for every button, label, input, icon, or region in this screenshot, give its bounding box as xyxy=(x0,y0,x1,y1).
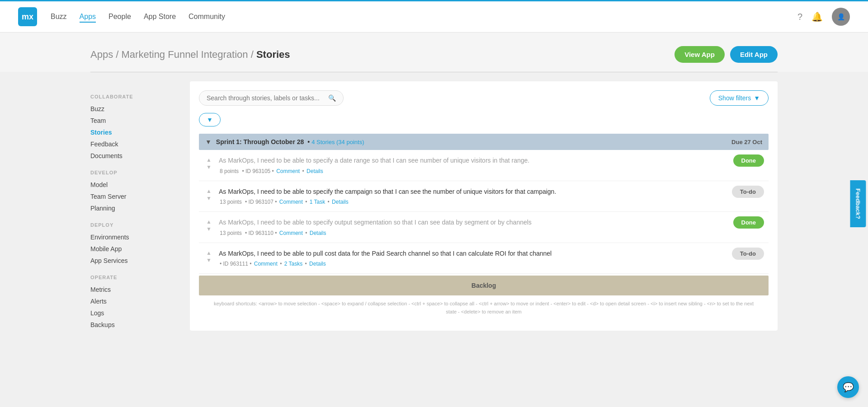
story-votes-1: ▲ ▼ xyxy=(203,156,214,170)
sidebar-section-collaborate: COLLABORATE xyxy=(90,94,176,99)
story-meta-2: 13 points • ID 963107 • Comment • 1 Task… xyxy=(219,199,723,205)
story-row-3: ▲ ▼ As MarkOps, I need to be able to spe… xyxy=(199,212,769,243)
vote-down-3[interactable]: ▼ xyxy=(206,226,212,232)
chevron-down-icon: ▼ xyxy=(754,94,760,102)
top-nav: mx Buzz Apps People App Store Community … xyxy=(0,0,868,33)
status-badge-done-1[interactable]: Done xyxy=(733,154,764,167)
help-icon[interactable]: ? xyxy=(797,12,802,22)
sidebar-item-planning[interactable]: Planning xyxy=(90,202,176,214)
main-layout: COLLABORATE Buzz Team Stories Feedback D… xyxy=(0,72,868,340)
vote-up-1[interactable]: ▲ xyxy=(206,157,212,163)
vote-up-3[interactable]: ▲ xyxy=(206,219,212,225)
vote-up-4[interactable]: ▲ xyxy=(206,250,212,256)
story-content-3: As MarkOps, I need to be able to specify… xyxy=(219,218,724,236)
sprint-separator: • xyxy=(307,138,310,145)
status-badge-todo-2[interactable]: To-do xyxy=(732,186,764,198)
story-text-4: As MarkOps, I need to be able to pull co… xyxy=(219,249,723,258)
story-row-2: ▲ ▼ As MarkOps, I need to be able to spe… xyxy=(199,181,769,212)
sprint-collapse-icon[interactable]: ▼ xyxy=(205,138,212,145)
sidebar-item-app-services[interactable]: App Services xyxy=(90,255,176,267)
story-status-2[interactable]: To-do xyxy=(732,187,764,196)
sidebar-section-deploy: DEPLOY xyxy=(90,222,176,228)
story-comment-link-2[interactable]: Comment xyxy=(279,199,303,205)
story-details-link-4[interactable]: Details xyxy=(309,261,326,267)
sidebar-item-buzz[interactable]: Buzz xyxy=(90,103,176,115)
sidebar-item-team[interactable]: Team xyxy=(90,115,176,126)
sprint-due: Due 27 Oct xyxy=(731,139,762,145)
story-status-1[interactable]: Done xyxy=(733,156,764,164)
breadcrumb-stories: Stories xyxy=(256,49,290,60)
sidebar-item-metrics[interactable]: Metrics xyxy=(90,284,176,295)
nav-links: Buzz Apps People App Store Community xyxy=(51,11,797,23)
story-details-link-2[interactable]: Details xyxy=(332,199,349,205)
sidebar-item-feedback[interactable]: Feedback xyxy=(90,138,176,150)
status-badge-todo-4[interactable]: To-do xyxy=(732,248,764,260)
nav-right: ? 🔔 👤 xyxy=(797,8,850,26)
story-row: ▲ ▼ As MarkOps, I need to be able to spe… xyxy=(199,150,769,181)
sidebar-item-backups[interactable]: Backups xyxy=(90,319,176,331)
search-box: 🔍 xyxy=(199,90,344,106)
sidebar-item-alerts[interactable]: Alerts xyxy=(90,295,176,307)
nav-apps[interactable]: Apps xyxy=(80,11,96,23)
sidebar-item-mobile-app[interactable]: Mobile App xyxy=(90,243,176,255)
bell-icon[interactable]: 🔔 xyxy=(811,11,823,22)
story-tasks-link-4[interactable]: 2 Tasks xyxy=(284,261,302,267)
breadcrumb-buttons: View App Edit App xyxy=(675,46,778,63)
story-meta-1: 8 points • ID 963105 • Comment • Details xyxy=(219,168,724,174)
sidebar-item-team-server[interactable]: Team Server xyxy=(90,191,176,202)
sidebar-item-stories[interactable]: Stories xyxy=(90,126,176,138)
sprint-meta: 4 Stories (34 points) xyxy=(311,139,364,145)
vote-up-2[interactable]: ▲ xyxy=(206,188,212,194)
avatar[interactable]: 👤 xyxy=(832,8,850,26)
vote-down-1[interactable]: ▼ xyxy=(206,164,212,170)
story-text-1: As MarkOps, I need to be able to specify… xyxy=(219,156,724,165)
vote-down-4[interactable]: ▼ xyxy=(206,257,212,263)
shortcuts-text: keyboard shortcuts: <arrow> to move sele… xyxy=(199,295,769,320)
sidebar-item-logs[interactable]: Logs xyxy=(90,307,176,319)
search-icon: 🔍 xyxy=(328,94,336,102)
sprint-header[interactable]: ▼ Sprint 1: Through October 28 • 4 Stori… xyxy=(199,134,769,150)
story-text-2: As MarkOps, I need to be able to specify… xyxy=(219,187,723,196)
sprint-title: Sprint 1: Through October 28 xyxy=(216,138,304,145)
backlog-row[interactable]: Backlog xyxy=(199,276,769,295)
story-content-4: As MarkOps, I need to be able to pull co… xyxy=(219,249,723,267)
nav-appstore[interactable]: App Store xyxy=(144,11,176,23)
story-status-3[interactable]: Done xyxy=(733,218,764,226)
story-task-link-2[interactable]: 1 Task xyxy=(310,199,325,205)
story-meta-4: • ID 963111 • Comment • 2 Tasks • Detail… xyxy=(219,261,723,267)
story-content-1: As MarkOps, I need to be able to specify… xyxy=(219,156,724,174)
logo[interactable]: mx xyxy=(18,7,37,26)
story-comment-link-1[interactable]: Comment xyxy=(276,168,300,174)
show-filters-button[interactable]: Show filters ▼ xyxy=(710,90,769,106)
sidebar-section-develop: DEVELOP xyxy=(90,170,176,175)
sidebar-item-environments[interactable]: Environments xyxy=(90,231,176,243)
story-details-link-1[interactable]: Details xyxy=(307,168,323,174)
story-comment-link-4[interactable]: Comment xyxy=(254,261,278,267)
sidebar-item-documents[interactable]: Documents xyxy=(90,150,176,162)
story-details-link-3[interactable]: Details xyxy=(310,230,326,236)
nav-buzz[interactable]: Buzz xyxy=(51,11,67,23)
nav-people[interactable]: People xyxy=(108,11,131,23)
feedback-tab[interactable]: Feedback? xyxy=(850,180,866,227)
breadcrumb: Apps / Marketing Funnel Integration / St… xyxy=(90,49,290,61)
sidebar-item-model[interactable]: Model xyxy=(90,179,176,191)
story-meta-3: 13 points • ID 963110 • Comment • Detail… xyxy=(219,230,724,236)
view-app-button[interactable]: View App xyxy=(675,46,725,63)
story-votes-4: ▲ ▼ xyxy=(203,249,214,263)
story-status-4[interactable]: To-do xyxy=(732,249,764,257)
vote-down-2[interactable]: ▼ xyxy=(206,196,212,201)
breadcrumb-apps[interactable]: Apps xyxy=(90,49,113,60)
search-input[interactable] xyxy=(207,94,328,102)
nav-community[interactable]: Community xyxy=(189,11,225,23)
chevron-down-icon-small: ▼ xyxy=(207,116,213,123)
breadcrumb-app-name[interactable]: Marketing Funnel Integration xyxy=(122,49,248,60)
story-votes-2: ▲ ▼ xyxy=(203,187,214,201)
status-badge-done-3[interactable]: Done xyxy=(733,216,764,229)
sidebar-section-operate: OPERATE xyxy=(90,275,176,280)
edit-app-button[interactable]: Edit App xyxy=(730,46,778,63)
story-comment-link-3[interactable]: Comment xyxy=(279,230,303,236)
story-votes-3: ▲ ▼ xyxy=(203,218,214,232)
dropdown-toggle-button[interactable]: ▼ xyxy=(199,113,221,126)
content-area: 🔍 Show filters ▼ ▼ ▼ Sprint 1: Through O… xyxy=(190,81,778,331)
search-filters-row: 🔍 Show filters ▼ xyxy=(199,90,769,106)
